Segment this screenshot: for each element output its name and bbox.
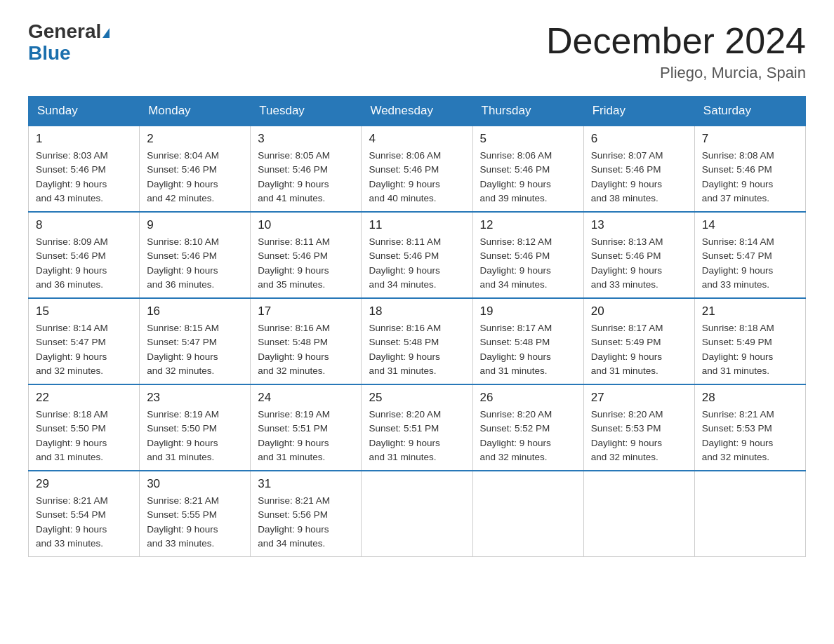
day-number: 1	[36, 132, 132, 146]
calendar-cell	[583, 471, 694, 557]
col-header-monday: Monday	[140, 97, 251, 126]
day-info: Sunrise: 8:20 AM Sunset: 5:52 PM Dayligh…	[480, 408, 576, 464]
day-number: 6	[591, 132, 687, 146]
day-number: 14	[702, 218, 798, 232]
day-number: 19	[480, 304, 576, 318]
logo-blue-text: Blue	[28, 42, 71, 64]
calendar-cell: 4 Sunrise: 8:06 AM Sunset: 5:46 PM Dayli…	[362, 126, 472, 212]
day-number: 17	[258, 304, 354, 318]
logo-text: General Blue	[28, 21, 110, 65]
calendar-cell: 22 Sunrise: 8:18 AM Sunset: 5:50 PM Dayl…	[29, 384, 140, 471]
calendar-cell: 12 Sunrise: 8:12 AM Sunset: 5:46 PM Dayl…	[472, 212, 583, 298]
calendar-week-row: 8 Sunrise: 8:09 AM Sunset: 5:46 PM Dayli…	[29, 212, 806, 298]
calendar-cell: 11 Sunrise: 8:11 AM Sunset: 5:46 PM Dayl…	[362, 212, 472, 298]
day-number: 29	[36, 477, 132, 491]
day-number: 11	[369, 218, 465, 232]
day-info: Sunrise: 8:19 AM Sunset: 5:51 PM Dayligh…	[258, 408, 354, 464]
day-number: 8	[36, 218, 132, 232]
day-info: Sunrise: 8:05 AM Sunset: 5:46 PM Dayligh…	[258, 149, 354, 206]
day-number: 12	[480, 218, 576, 232]
col-header-thursday: Thursday	[472, 97, 583, 126]
calendar-cell: 13 Sunrise: 8:13 AM Sunset: 5:46 PM Dayl…	[583, 212, 694, 298]
day-number: 20	[591, 304, 687, 318]
day-info: Sunrise: 8:06 AM Sunset: 5:46 PM Dayligh…	[480, 149, 576, 206]
day-number: 9	[147, 218, 243, 232]
day-info: Sunrise: 8:18 AM Sunset: 5:49 PM Dayligh…	[702, 321, 798, 378]
day-info: Sunrise: 8:13 AM Sunset: 5:46 PM Dayligh…	[591, 235, 687, 292]
calendar-week-row: 29 Sunrise: 8:21 AM Sunset: 5:54 PM Dayl…	[29, 471, 806, 557]
calendar-cell: 9 Sunrise: 8:10 AM Sunset: 5:46 PM Dayli…	[140, 212, 251, 298]
day-info: Sunrise: 8:10 AM Sunset: 5:46 PM Dayligh…	[147, 235, 243, 292]
calendar-cell	[472, 471, 583, 557]
calendar-week-row: 22 Sunrise: 8:18 AM Sunset: 5:50 PM Dayl…	[29, 384, 806, 471]
day-info: Sunrise: 8:07 AM Sunset: 5:46 PM Dayligh…	[591, 149, 687, 206]
logo-triangle-icon	[102, 28, 110, 38]
day-number: 31	[258, 477, 354, 491]
day-number: 7	[702, 132, 798, 146]
col-header-tuesday: Tuesday	[251, 97, 362, 126]
day-number: 10	[258, 218, 354, 232]
calendar-header-row: SundayMondayTuesdayWednesdayThursdayFrid…	[29, 97, 806, 126]
day-info: Sunrise: 8:15 AM Sunset: 5:47 PM Dayligh…	[147, 321, 243, 378]
calendar-subtitle: Pliego, Murcia, Spain	[546, 64, 806, 82]
page-header: General Blue December 2024 Pliego, Murci…	[28, 21, 806, 82]
calendar-cell: 21 Sunrise: 8:18 AM Sunset: 5:49 PM Dayl…	[694, 298, 805, 384]
day-number: 4	[369, 132, 465, 146]
calendar-cell: 31 Sunrise: 8:21 AM Sunset: 5:56 PM Dayl…	[251, 471, 362, 557]
day-info: Sunrise: 8:14 AM Sunset: 5:47 PM Dayligh…	[36, 321, 132, 378]
calendar-cell: 14 Sunrise: 8:14 AM Sunset: 5:47 PM Dayl…	[694, 212, 805, 298]
day-info: Sunrise: 8:12 AM Sunset: 5:46 PM Dayligh…	[480, 235, 576, 292]
calendar-cell: 16 Sunrise: 8:15 AM Sunset: 5:47 PM Dayl…	[140, 298, 251, 384]
calendar-cell: 20 Sunrise: 8:17 AM Sunset: 5:49 PM Dayl…	[583, 298, 694, 384]
day-number: 23	[147, 391, 243, 405]
day-number: 25	[369, 391, 465, 405]
day-info: Sunrise: 8:14 AM Sunset: 5:47 PM Dayligh…	[702, 235, 798, 292]
calendar-title: December 2024	[546, 21, 806, 61]
day-info: Sunrise: 8:08 AM Sunset: 5:46 PM Dayligh…	[702, 149, 798, 206]
day-info: Sunrise: 8:16 AM Sunset: 5:48 PM Dayligh…	[258, 321, 354, 378]
day-number: 15	[36, 304, 132, 318]
day-info: Sunrise: 8:21 AM Sunset: 5:53 PM Dayligh…	[702, 408, 798, 464]
col-header-saturday: Saturday	[694, 97, 805, 126]
day-number: 22	[36, 391, 132, 405]
day-info: Sunrise: 8:06 AM Sunset: 5:46 PM Dayligh…	[369, 149, 465, 206]
calendar-cell: 7 Sunrise: 8:08 AM Sunset: 5:46 PM Dayli…	[694, 126, 805, 212]
calendar-cell: 27 Sunrise: 8:20 AM Sunset: 5:53 PM Dayl…	[583, 384, 694, 471]
calendar-table: SundayMondayTuesdayWednesdayThursdayFrid…	[28, 96, 806, 557]
calendar-cell: 25 Sunrise: 8:20 AM Sunset: 5:51 PM Dayl…	[362, 384, 472, 471]
day-info: Sunrise: 8:19 AM Sunset: 5:50 PM Dayligh…	[147, 408, 243, 464]
header-right: December 2024 Pliego, Murcia, Spain	[546, 21, 806, 82]
day-number: 26	[480, 391, 576, 405]
calendar-cell: 26 Sunrise: 8:20 AM Sunset: 5:52 PM Dayl…	[472, 384, 583, 471]
calendar-cell: 5 Sunrise: 8:06 AM Sunset: 5:46 PM Dayli…	[472, 126, 583, 212]
day-number: 16	[147, 304, 243, 318]
day-info: Sunrise: 8:09 AM Sunset: 5:46 PM Dayligh…	[36, 235, 132, 292]
calendar-cell: 28 Sunrise: 8:21 AM Sunset: 5:53 PM Dayl…	[694, 384, 805, 471]
calendar-week-row: 15 Sunrise: 8:14 AM Sunset: 5:47 PM Dayl…	[29, 298, 806, 384]
day-info: Sunrise: 8:21 AM Sunset: 5:56 PM Dayligh…	[258, 494, 354, 551]
day-number: 28	[702, 391, 798, 405]
day-info: Sunrise: 8:11 AM Sunset: 5:46 PM Dayligh…	[369, 235, 465, 292]
calendar-cell: 24 Sunrise: 8:19 AM Sunset: 5:51 PM Dayl…	[251, 384, 362, 471]
day-info: Sunrise: 8:04 AM Sunset: 5:46 PM Dayligh…	[147, 149, 243, 206]
calendar-cell: 17 Sunrise: 8:16 AM Sunset: 5:48 PM Dayl…	[251, 298, 362, 384]
calendar-cell: 15 Sunrise: 8:14 AM Sunset: 5:47 PM Dayl…	[29, 298, 140, 384]
calendar-cell: 18 Sunrise: 8:16 AM Sunset: 5:48 PM Dayl…	[362, 298, 472, 384]
calendar-cell: 2 Sunrise: 8:04 AM Sunset: 5:46 PM Dayli…	[140, 126, 251, 212]
calendar-cell: 30 Sunrise: 8:21 AM Sunset: 5:55 PM Dayl…	[140, 471, 251, 557]
day-number: 30	[147, 477, 243, 491]
col-header-sunday: Sunday	[29, 97, 140, 126]
day-info: Sunrise: 8:17 AM Sunset: 5:48 PM Dayligh…	[480, 321, 576, 378]
day-info: Sunrise: 8:16 AM Sunset: 5:48 PM Dayligh…	[369, 321, 465, 378]
calendar-cell: 3 Sunrise: 8:05 AM Sunset: 5:46 PM Dayli…	[251, 126, 362, 212]
calendar-cell: 6 Sunrise: 8:07 AM Sunset: 5:46 PM Dayli…	[583, 126, 694, 212]
day-info: Sunrise: 8:21 AM Sunset: 5:55 PM Dayligh…	[147, 494, 243, 551]
calendar-cell: 29 Sunrise: 8:21 AM Sunset: 5:54 PM Dayl…	[29, 471, 140, 557]
day-info: Sunrise: 8:20 AM Sunset: 5:53 PM Dayligh…	[591, 408, 687, 464]
day-number: 27	[591, 391, 687, 405]
calendar-cell: 8 Sunrise: 8:09 AM Sunset: 5:46 PM Dayli…	[29, 212, 140, 298]
day-info: Sunrise: 8:18 AM Sunset: 5:50 PM Dayligh…	[36, 408, 132, 464]
day-number: 21	[702, 304, 798, 318]
day-number: 13	[591, 218, 687, 232]
calendar-week-row: 1 Sunrise: 8:03 AM Sunset: 5:46 PM Dayli…	[29, 126, 806, 212]
